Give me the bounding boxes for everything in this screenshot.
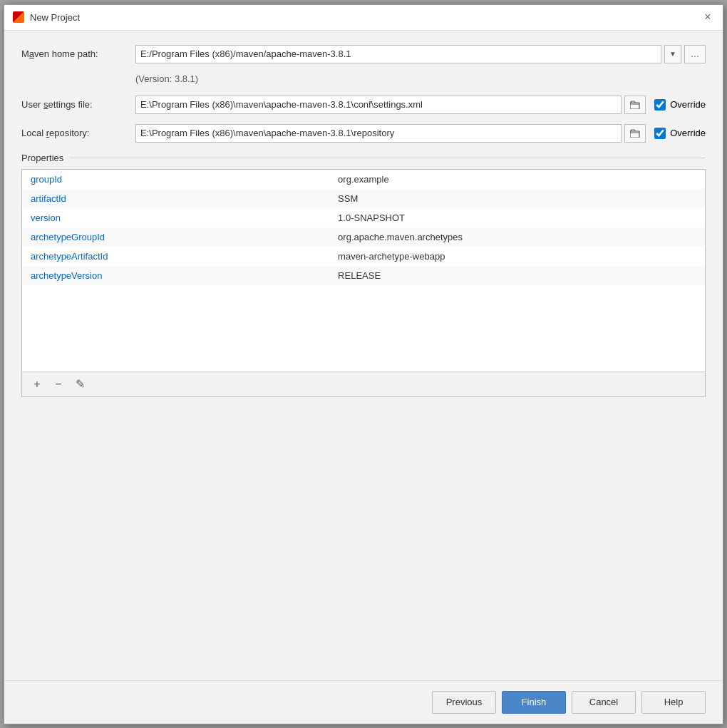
property-key: archetypeGroupId [22,227,329,247]
table-row[interactable]: artifactIdSSM [22,189,705,208]
svg-rect-0 [630,103,639,109]
local-repo-override-label: Override [654,128,706,139]
user-settings-override-text: Override [670,99,706,110]
table-row[interactable]: archetypeArtifactIdmaven-archetype-webap… [22,247,705,266]
table-row[interactable]: groupIdorg.example [22,170,705,189]
remove-property-button[interactable]: − [51,376,66,392]
title-bar: New Project × [4,5,723,31]
table-row[interactable]: archetypeGroupIdorg.apache.maven.archety… [22,227,705,247]
maven-home-input[interactable] [135,45,661,63]
maven-home-row: Maven home path: ▼ … [21,45,706,63]
user-settings-input[interactable] [135,96,622,114]
properties-toolbar: + − ✎ [22,371,705,396]
property-value: RELEASE [329,266,705,285]
property-key: artifactId [22,189,329,208]
property-value: org.apache.maven.archetypes [329,227,705,247]
property-value: org.example [329,170,705,189]
properties-table: groupIdorg.exampleartifactIdSSMversion1.… [22,170,705,285]
properties-table-wrapper: groupIdorg.exampleartifactIdSSMversion1.… [22,170,705,371]
app-icon [13,11,24,23]
property-key: version [22,208,329,227]
user-settings-input-group: Override [135,96,706,114]
property-key: archetypeVersion [22,266,329,285]
properties-section: Properties groupIdorg.exampleartifactIdS… [21,153,706,666]
help-button[interactable]: Help [641,691,706,714]
add-property-button[interactable]: + [29,376,45,392]
svg-rect-1 [630,131,639,138]
user-settings-override-label: Override [654,99,706,111]
table-row[interactable]: archetypeVersionRELEASE [22,266,705,285]
user-settings-row: User settings file: Override [21,96,706,114]
version-text: (Version: 3.8.1) [135,73,706,84]
user-settings-browse-button[interactable] [624,96,646,114]
property-value: SSM [329,189,705,208]
properties-header-row: Properties [21,153,706,163]
finish-button[interactable]: Finish [502,691,566,714]
property-key: groupId [22,170,329,189]
maven-home-browse-button[interactable]: … [684,45,706,63]
maven-home-input-group: ▼ … [135,45,706,63]
user-settings-override-checkbox[interactable] [654,99,666,111]
user-settings-label: User settings file: [21,99,135,110]
previous-button[interactable]: Previous [432,691,496,714]
property-value: maven-archetype-webapp [329,247,705,266]
section-divider [69,158,706,158]
maven-home-label: Maven home path: [21,48,135,59]
property-value: 1.0-SNAPSHOT [329,208,705,227]
properties-section-title: Properties [21,153,69,163]
local-repo-row: Local repository: Override [21,124,706,143]
close-button[interactable]: × [701,11,714,24]
cancel-button[interactable]: Cancel [572,691,636,714]
local-repo-input[interactable] [135,124,622,143]
table-row[interactable]: version1.0-SNAPSHOT [22,208,705,227]
local-repo-browse-button[interactable] [624,124,646,143]
title-bar-left: New Project [13,11,80,23]
edit-property-button[interactable]: ✎ [72,376,88,392]
dialog-content: Maven home path: ▼ … (Version: 3.8.1) Us… [4,31,723,680]
local-repo-input-group: Override [135,124,706,143]
local-repo-override-checkbox[interactable] [654,128,666,139]
dialog-title: New Project [30,12,80,23]
property-key: archetypeArtifactId [22,247,329,266]
local-repo-override-text: Override [670,128,706,138]
maven-home-dropdown-button[interactable]: ▼ [664,45,681,63]
new-project-dialog: New Project × Maven home path: ▼ … (Vers… [4,4,723,724]
dialog-footer: Previous Finish Cancel Help [4,680,723,724]
local-repo-label: Local repository: [21,128,135,138]
properties-box: groupIdorg.exampleartifactIdSSMversion1.… [21,169,706,397]
